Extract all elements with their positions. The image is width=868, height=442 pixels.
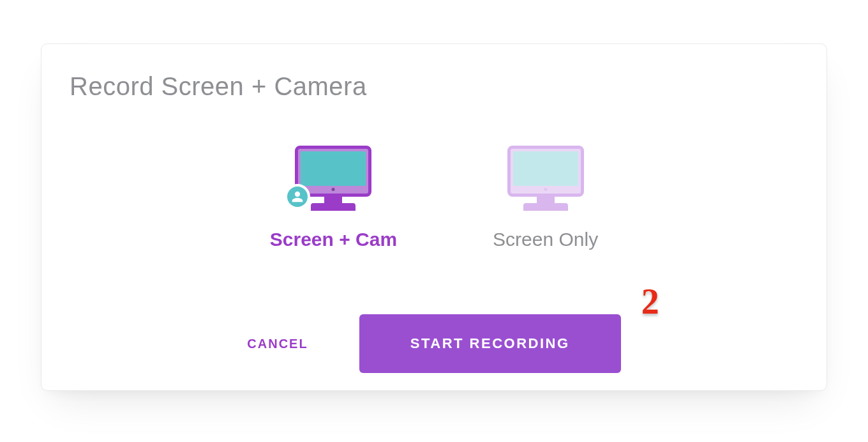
option-screen-only-label: Screen Only xyxy=(493,229,598,250)
cancel-button[interactable]: CANCEL xyxy=(247,337,308,351)
recording-mode-options: Screen + Cam Screen Only xyxy=(70,146,798,250)
dialog-actions: CANCEL START RECORDING 2 xyxy=(70,314,798,373)
monitor-cam-icon xyxy=(295,146,371,217)
option-screen-cam[interactable]: Screen + Cam xyxy=(270,146,397,250)
person-icon xyxy=(285,184,310,210)
step-annotation: 2 xyxy=(641,281,659,322)
dialog-title: Record Screen + Camera xyxy=(70,72,798,101)
start-recording-button[interactable]: START RECORDING xyxy=(359,314,621,373)
option-screen-only[interactable]: Screen Only xyxy=(493,146,598,250)
monitor-icon xyxy=(507,146,584,217)
record-dialog: Record Screen + Camera Screen + Cam xyxy=(41,43,827,391)
option-screen-cam-label: Screen + Cam xyxy=(270,229,397,250)
